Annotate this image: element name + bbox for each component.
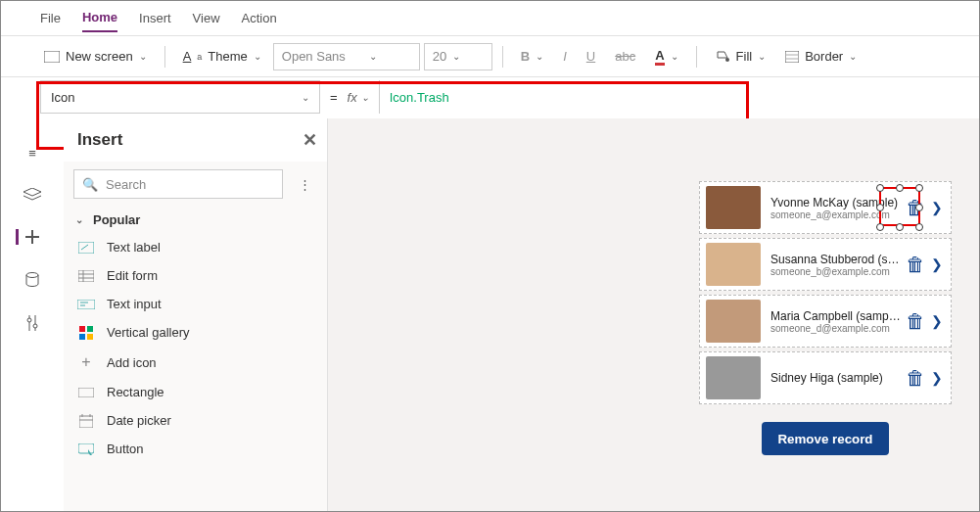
panel-title: Insert [77,130,122,150]
strikethrough-button[interactable]: abc [607,42,643,71]
chevron-down-icon: ⌄ [536,51,543,62]
trash-icon[interactable]: 🗑 [906,254,925,276]
remove-record-button[interactable]: Remove record [762,422,888,455]
layers-icon[interactable] [23,188,41,202]
svg-rect-0 [44,51,60,63]
theme-icon: A [183,49,192,64]
search-placeholder: Search [106,177,146,192]
search-icon: 🔍 [82,177,98,192]
row-name: Sidney Higa (sample) [770,371,902,385]
theme-button[interactable]: Aa Theme ⌄ [175,42,269,71]
svg-point-1 [725,58,729,62]
chevron-right-icon[interactable]: ❯ [931,313,943,329]
new-screen-button[interactable]: New screen ⌄ [36,42,155,71]
chevron-down-icon: ⌄ [758,51,766,62]
border-button[interactable]: Border ⌄ [777,42,864,71]
gallery-row[interactable]: Susanna Stubberod (sample) someone_b@exa… [699,238,952,291]
separator [164,46,165,68]
svg-rect-18 [77,300,95,309]
toolbar: New screen ⌄ Aa Theme ⌄ Open Sans ⌄ 20 ⌄… [1,36,979,77]
insert-text-label[interactable]: Text label [64,233,327,261]
font-name-select[interactable]: Open Sans ⌄ [273,43,420,70]
font-name-value: Open Sans [282,49,346,64]
avatar [706,356,761,399]
insert-date-picker[interactable]: Date picker [64,406,327,435]
svg-rect-26 [79,416,93,428]
left-iconbar: ≡ [1,118,64,511]
insert-edit-form[interactable]: Edit form [64,261,327,290]
group-label: Popular [93,212,140,227]
trash-icon[interactable]: 🗑 [906,310,925,333]
menu-action[interactable]: Action [242,11,277,25]
chevron-right-icon[interactable]: ❯ [931,370,943,386]
gallery-row[interactable]: Sidney Higa (sample) 🗑 ❯ [699,351,952,404]
canvas[interactable]: Yvonne McKay (sample) someone_a@example.… [328,118,979,511]
italic-icon: I [563,49,567,64]
font-size-select[interactable]: 20 ⌄ [424,43,492,70]
insert-panel: Insert ✕ 🔍 Search ⋮ ⌄ Popular Text label… [64,118,328,511]
svg-point-10 [27,318,31,322]
plus-icon: + [81,353,90,371]
italic-button[interactable]: I [555,42,575,71]
button-icon [78,443,94,455]
border-label: Border [805,49,843,64]
avatar [706,186,761,229]
underline-button[interactable]: U [579,42,603,71]
row-name: Susanna Stubberod (sample) [770,253,902,266]
insert-vertical-gallery[interactable]: Vertical gallery [64,318,327,347]
separator [502,46,503,68]
insert-rectangle[interactable]: Rectangle [64,378,327,406]
gallery-row[interactable]: Maria Campbell (sample) someone_d@exampl… [699,295,952,348]
menu-home[interactable]: Home [82,10,117,32]
bold-button[interactable]: B⌄ [513,42,551,71]
form-icon [78,270,94,282]
fill-icon [715,50,730,64]
strikethrough-icon: abc [615,49,635,64]
more-options-button[interactable]: ⋮ [293,177,317,192]
menu-insert[interactable]: Insert [139,11,171,25]
separator [696,46,697,68]
menu-bar: File Home Insert View Action [1,1,979,36]
search-input[interactable]: 🔍 Search [73,169,283,199]
font-color-icon: A [655,48,664,66]
menu-file[interactable]: File [40,11,61,25]
font-color-button[interactable]: A ⌄ [647,42,685,71]
tree-view-icon[interactable]: ≡ [28,146,36,161]
equals-sign: = [330,90,338,105]
tools-icon[interactable] [25,315,39,331]
underline-icon: U [586,49,595,64]
trash-icon[interactable]: 🗑 [906,367,925,390]
insert-add-icon[interactable]: +Add icon [64,347,327,378]
property-value: Icon [51,90,75,105]
svg-rect-21 [79,326,85,332]
insert-text-input[interactable]: Text input [64,290,327,318]
insert-tab-icon[interactable] [16,229,40,245]
chevron-down-icon: ⌄ [75,214,83,225]
selection-handles [880,188,919,227]
fx-icon: fx [348,90,357,105]
chevron-down-icon: ⌄ [302,92,309,103]
calendar-icon [79,414,93,428]
close-icon[interactable]: ✕ [303,129,317,151]
svg-rect-25 [78,388,94,397]
label-icon [78,242,94,254]
insert-button[interactable]: Button [64,435,327,463]
svg-rect-22 [87,326,93,332]
svg-point-11 [33,324,37,328]
fx-button[interactable]: fx ⌄ [348,80,380,114]
group-popular[interactable]: ⌄ Popular [64,207,327,233]
data-icon[interactable] [25,272,39,288]
chevron-right-icon[interactable]: ❯ [931,256,943,272]
avatar [706,243,761,286]
main-area: ≡ Insert ✕ 🔍 Search [1,118,979,511]
menu-view[interactable]: View [193,11,220,25]
chevron-right-icon[interactable]: ❯ [931,200,943,215]
svg-point-7 [26,273,38,278]
fill-button[interactable]: Fill ⌄ [707,42,774,71]
panel-header: Insert ✕ [64,118,327,162]
property-select[interactable]: Icon ⌄ [40,80,320,114]
fill-label: Fill [736,49,753,64]
textinput-icon [77,300,95,309]
new-screen-label: New screen [66,49,133,64]
formula-input[interactable]: Icon.Trash [390,90,449,105]
